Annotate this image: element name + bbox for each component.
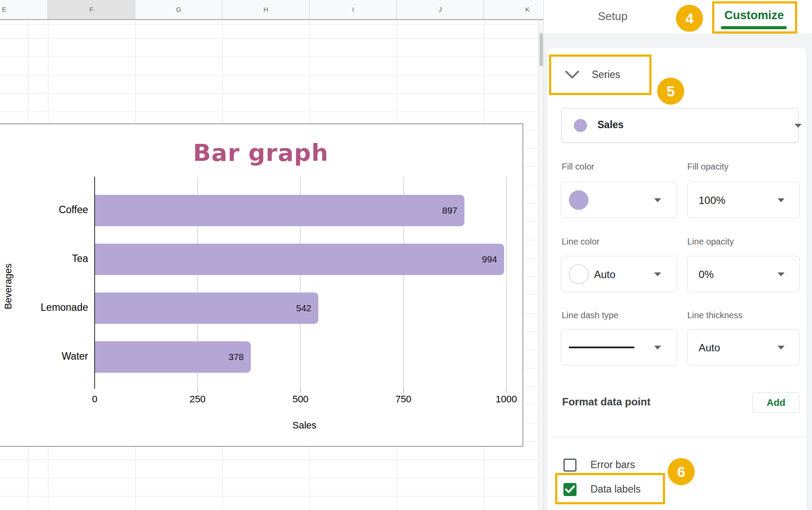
- step-6-badge: 6: [668, 458, 695, 485]
- x-tick-label-1000: 1000: [484, 394, 528, 405]
- line-opacity-dropdown[interactable]: 0%: [687, 256, 800, 292]
- vertical-scrollbar-track[interactable]: [538, 20, 543, 510]
- chart-editor-panel: Setup Customize Series Sales Fill color …: [543, 0, 812, 510]
- category-label-water: Water: [0, 350, 88, 364]
- tab-setup[interactable]: Setup: [598, 10, 628, 23]
- column-header-K[interactable]: K: [484, 0, 543, 19]
- dropdown-arrow-icon: [778, 346, 785, 350]
- column-header-F[interactable]: F: [48, 0, 135, 19]
- add-data-point-button[interactable]: Add: [752, 392, 800, 413]
- line-thickness-value: Auto: [699, 342, 720, 354]
- embedded-bar-chart[interactable]: Bar graph Beverages Sales 02505007501000…: [0, 123, 523, 447]
- data-label-lemonade: 542: [296, 292, 311, 324]
- section-divider: [547, 437, 807, 437]
- x-tickmark-1000: [506, 389, 507, 393]
- column-header-row: EFGHIJK: [0, 0, 543, 20]
- data-label-coffee: 897: [442, 195, 457, 226]
- fill-opacity-dropdown[interactable]: 100%: [687, 182, 800, 218]
- line-color-swatch: [569, 264, 589, 284]
- dropdown-arrow-icon: [654, 346, 661, 350]
- step-5-badge: 5: [657, 78, 684, 105]
- dropdown-arrow-icon: [795, 124, 802, 128]
- line-color-value: Auto: [594, 269, 615, 281]
- bar-coffee: 897: [95, 195, 464, 226]
- series-select-value: Sales: [597, 119, 624, 131]
- series-color-swatch: [574, 119, 587, 132]
- dropdown-arrow-icon: [654, 198, 661, 202]
- step-4-badge: 4: [676, 5, 703, 32]
- x-tickmark-750: [403, 389, 404, 393]
- chart-title: Bar graph: [130, 139, 392, 170]
- line-thickness-dropdown[interactable]: Auto: [687, 329, 800, 365]
- line-color-dropdown[interactable]: Auto: [561, 256, 677, 292]
- fill-color-dropdown[interactable]: [561, 182, 677, 218]
- line-opacity-value: 0%: [699, 269, 714, 281]
- dropdown-arrow-icon: [778, 272, 785, 276]
- column-header-H[interactable]: H: [222, 0, 310, 19]
- fill-color-label: Fill color: [562, 162, 594, 172]
- highlight-box-series: [549, 54, 652, 95]
- error-bars-label: Error bars: [590, 459, 635, 471]
- line-color-label: Line color: [562, 237, 600, 247]
- x-tickmark-250: [197, 389, 198, 393]
- highlight-box-data-labels: [555, 473, 665, 504]
- category-label-coffee: Coffee: [0, 204, 88, 217]
- fill-color-swatch: [569, 190, 589, 210]
- line-opacity-label: Line opacity: [687, 237, 734, 247]
- x-tick-label-500: 500: [279, 394, 322, 405]
- x-axis-title: Sales: [278, 420, 331, 431]
- data-label-tea: 994: [482, 244, 497, 275]
- dropdown-arrow-icon: [778, 198, 785, 202]
- column-header-J[interactable]: J: [397, 0, 484, 19]
- x-tick-label-250: 250: [176, 394, 219, 405]
- dropdown-arrow-icon: [654, 272, 661, 276]
- highlight-box-customize: [712, 1, 797, 34]
- series-select[interactable]: Sales: [561, 108, 798, 143]
- line-thickness-label: Line thickness: [687, 310, 743, 320]
- category-label-lemonade: Lemonade: [0, 302, 88, 315]
- bar-lemonade: 542: [95, 292, 318, 324]
- fill-opacity-label: Fill opacity: [687, 162, 728, 172]
- format-data-point-label: Format data point: [562, 396, 651, 408]
- fill-opacity-value: 100%: [699, 194, 725, 207]
- vertical-scrollbar-thumb[interactable]: [539, 33, 543, 66]
- sheets-chart-editor-screen: EFGHIJK Bar graph Beverages Sales 025050…: [0, 0, 812, 510]
- x-tickmark-500: [300, 389, 301, 393]
- error-bars-checkbox[interactable]: [563, 459, 577, 472]
- x-tick-label-0: 0: [73, 394, 116, 405]
- solid-line-sample: [569, 347, 635, 348]
- spreadsheet-grid: EFGHIJK Bar graph Beverages Sales 025050…: [0, 0, 543, 510]
- x-tick-label-750: 750: [382, 394, 425, 405]
- data-label-water: 378: [229, 341, 244, 373]
- line-dash-type-label: Line dash type: [562, 310, 618, 320]
- column-header-G[interactable]: G: [135, 0, 222, 19]
- bar-tea: 994: [95, 244, 504, 275]
- column-header-E[interactable]: E: [0, 0, 48, 19]
- bar-water: 378: [95, 341, 251, 373]
- line-dash-type-dropdown[interactable]: [561, 329, 677, 365]
- x-gridline-1000: [506, 177, 507, 389]
- column-header-I[interactable]: I: [310, 0, 397, 19]
- category-label-tea: Tea: [0, 253, 88, 266]
